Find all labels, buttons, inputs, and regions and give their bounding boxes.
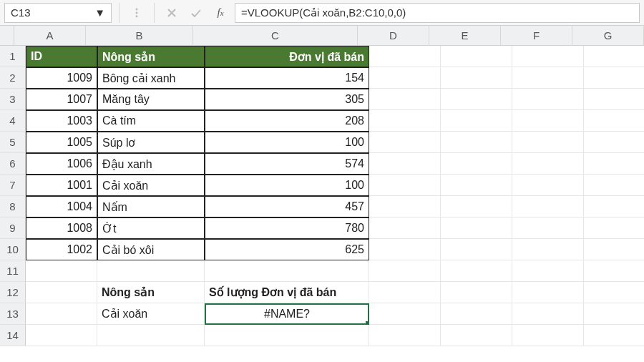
cell[interactable] [369, 153, 441, 175]
lookup-input-nongsan[interactable]: Cải xoăn [97, 303, 205, 325]
cell-header-donvi[interactable]: Đơn vị đã bán [205, 46, 369, 67]
cell[interactable] [369, 196, 441, 217]
cell[interactable] [441, 132, 512, 153]
col-head[interactable]: D [358, 26, 429, 46]
cell[interactable] [512, 175, 584, 196]
cell[interactable] [512, 260, 584, 282]
lookup-label-nongsan[interactable]: Nông sản [97, 282, 205, 303]
cell-id[interactable]: 1006 [26, 153, 97, 175]
cell[interactable] [584, 46, 644, 67]
row-head[interactable]: 13 [0, 303, 26, 325]
row-head[interactable]: 7 [0, 175, 26, 196]
cell[interactable] [205, 260, 369, 282]
col-head[interactable]: E [429, 26, 501, 46]
row-head[interactable]: 8 [0, 196, 26, 217]
select-all-corner[interactable] [0, 26, 14, 46]
cell[interactable] [512, 132, 584, 153]
cell[interactable] [512, 89, 584, 110]
fx-icon[interactable]: fx [210, 3, 230, 23]
cell-nongsan[interactable]: Cải bó xôi [97, 239, 205, 260]
cell[interactable] [26, 282, 97, 303]
cell-id[interactable]: 1009 [26, 67, 97, 89]
name-box[interactable]: C13 ▼ [4, 3, 112, 23]
cell[interactable] [512, 196, 584, 217]
row-head[interactable]: 12 [0, 282, 26, 303]
cell[interactable] [97, 325, 205, 346]
cell[interactable] [584, 325, 644, 346]
cell-nongsan[interactable]: Cải xoăn [97, 175, 205, 196]
lookup-label-soluong[interactable]: Số lượng Đơn vị đã bán [205, 282, 369, 303]
cell[interactable] [441, 325, 512, 346]
cell-id[interactable]: 1002 [26, 239, 97, 260]
cell-donvi[interactable]: 100 [205, 132, 369, 153]
cell-nongsan[interactable]: Ớt [97, 217, 205, 239]
cell-donvi[interactable]: 100 [205, 175, 369, 196]
cell-nongsan[interactable]: Bông cải xanh [97, 67, 205, 89]
dots-icon[interactable] [127, 3, 147, 23]
cell-id[interactable]: 1004 [26, 196, 97, 217]
cell-donvi[interactable]: 574 [205, 153, 369, 175]
cancel-icon[interactable] [162, 3, 182, 23]
cell[interactable] [441, 175, 512, 196]
row-head[interactable]: 3 [0, 89, 26, 110]
cell-nongsan[interactable]: Súp lơ [97, 132, 205, 153]
cell-donvi[interactable]: 780 [205, 217, 369, 239]
col-head[interactable]: A [14, 26, 86, 46]
col-head[interactable]: B [86, 26, 193, 46]
row-head[interactable]: 2 [0, 67, 26, 89]
cell[interactable] [369, 260, 441, 282]
cell-donvi[interactable]: 154 [205, 67, 369, 89]
cell[interactable] [369, 175, 441, 196]
row-head[interactable]: 9 [0, 217, 26, 239]
cell[interactable] [512, 153, 584, 175]
cell[interactable] [512, 217, 584, 239]
row-head[interactable]: 14 [0, 325, 26, 346]
cell[interactable] [441, 153, 512, 175]
cell-donvi[interactable]: 625 [205, 239, 369, 260]
cell[interactable] [205, 325, 369, 346]
cell-id[interactable]: 1007 [26, 89, 97, 110]
cell[interactable] [26, 303, 97, 325]
cell[interactable] [584, 153, 644, 175]
cell[interactable] [441, 196, 512, 217]
cell[interactable] [441, 239, 512, 260]
cell-donvi[interactable]: 305 [205, 89, 369, 110]
row-head[interactable]: 5 [0, 132, 26, 153]
cell[interactable] [369, 303, 441, 325]
row-head[interactable]: 1 [0, 46, 26, 67]
cell-id[interactable]: 1003 [26, 110, 97, 132]
cell[interactable] [512, 303, 584, 325]
col-head[interactable]: G [572, 26, 644, 46]
cell[interactable] [97, 260, 205, 282]
cell-nongsan[interactable]: Đậu xanh [97, 153, 205, 175]
cell[interactable] [584, 132, 644, 153]
cell[interactable] [369, 67, 441, 89]
cell[interactable] [369, 132, 441, 153]
cell[interactable] [584, 196, 644, 217]
cell-id[interactable]: 1005 [26, 132, 97, 153]
cell[interactable] [441, 89, 512, 110]
cell-header-id[interactable]: ID [26, 46, 97, 67]
cell[interactable] [584, 239, 644, 260]
cell[interactable] [512, 239, 584, 260]
cell[interactable] [26, 260, 97, 282]
cell[interactable] [369, 46, 441, 67]
cell[interactable] [369, 110, 441, 132]
cell[interactable] [441, 46, 512, 67]
row-head[interactable]: 10 [0, 239, 26, 260]
chevron-down-icon[interactable]: ▼ [94, 6, 105, 19]
lookup-result-cell[interactable]: #NAME? [205, 303, 369, 325]
cell[interactable] [584, 303, 644, 325]
cell[interactable] [369, 282, 441, 303]
cell[interactable] [584, 67, 644, 89]
cell[interactable] [512, 282, 584, 303]
cell[interactable] [369, 89, 441, 110]
cell-nongsan[interactable]: Măng tây [97, 89, 205, 110]
cell[interactable] [512, 67, 584, 89]
col-head[interactable]: F [501, 26, 572, 46]
row-head[interactable]: 11 [0, 260, 26, 282]
cell[interactable] [512, 46, 584, 67]
cell-id[interactable]: 1008 [26, 217, 97, 239]
cell[interactable] [584, 175, 644, 196]
cell[interactable] [512, 110, 584, 132]
